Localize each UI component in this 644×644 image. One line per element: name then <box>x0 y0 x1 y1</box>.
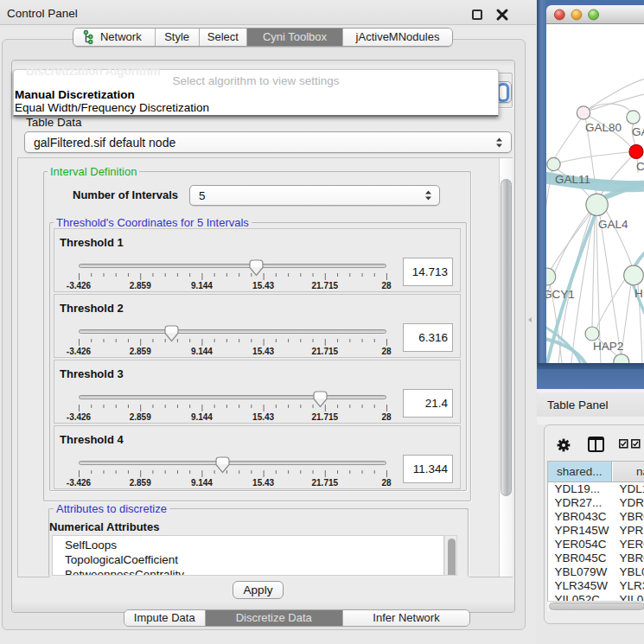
svg-text:GAL80: GAL80 <box>585 121 622 134</box>
svg-text:H: H <box>634 287 643 300</box>
svg-text:GA: GA <box>632 125 644 138</box>
svg-text:GCY1: GCY1 <box>546 288 575 301</box>
svg-text:GAL11: GAL11 <box>555 173 590 186</box>
svg-text:HAP2: HAP2 <box>593 340 623 353</box>
svg-text:GAL4: GAL4 <box>598 218 628 231</box>
svg-text:C: C <box>636 160 644 173</box>
